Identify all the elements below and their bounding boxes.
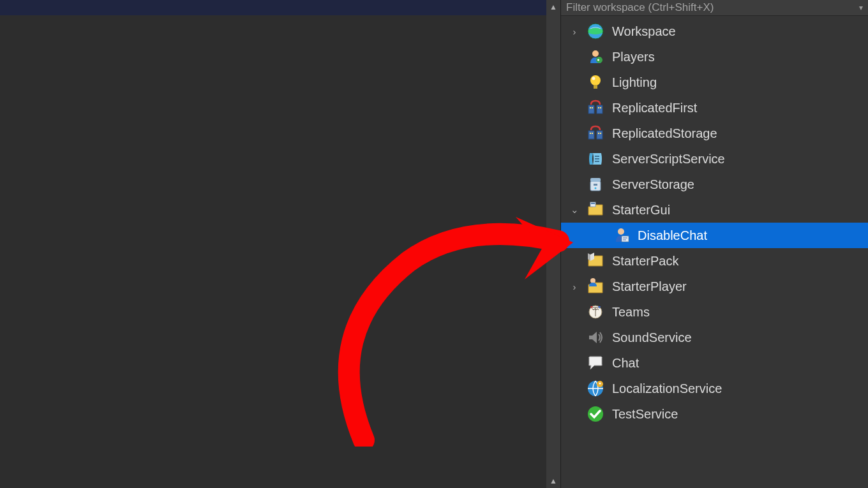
- app-root: ▲ ▲ Filter workspace (Ctrl+Shift+X) ▾ ›W…: [0, 0, 868, 488]
- tree-item-label: DisableChat: [638, 228, 707, 243]
- sound-icon: [587, 329, 604, 346]
- tree-item-label: Players: [612, 50, 655, 64]
- tree-item-label: Lighting: [612, 75, 657, 90]
- tree-item-serverscriptservice[interactable]: ServerScriptService: [561, 146, 868, 172]
- replicated-icon: [587, 124, 604, 142]
- chevron-right-icon[interactable]: ›: [569, 281, 580, 292]
- scroll-up-icon[interactable]: ▲: [546, 0, 560, 14]
- tree-item-label: ReplicatedFirst: [612, 101, 697, 115]
- explorer-panel: Filter workspace (Ctrl+Shift+X) ▾ ›Works…: [560, 0, 868, 488]
- workspace-icon: [587, 22, 604, 40]
- chat-icon: [587, 354, 604, 372]
- tree-item-label: StarterPlayer: [612, 279, 687, 294]
- tree-item-localizationservice[interactable]: LocalizationService: [561, 376, 868, 401]
- localscript-icon: [612, 226, 630, 244]
- filter-workspace-input[interactable]: Filter workspace (Ctrl+Shift+X) ▾: [561, 0, 868, 16]
- tree-item-starterpack[interactable]: StarterPack: [561, 248, 868, 274]
- folder-pack-icon: [587, 252, 604, 270]
- viewport-topbar: [0, 0, 546, 15]
- chevron-down-icon[interactable]: ⌄: [569, 204, 580, 216]
- tree-item-startergui[interactable]: ⌄StarterGui: [561, 197, 868, 223]
- tree-item-workspace[interactable]: ›Workspace: [561, 18, 868, 44]
- tree-item-label: ServerStorage: [612, 177, 694, 192]
- tree-item-label: ServerScriptService: [612, 152, 725, 166]
- tree-item-label: StarterPack: [612, 254, 678, 269]
- scroll-down-icon[interactable]: ▲: [546, 474, 560, 488]
- tree-item-chat[interactable]: Chat: [561, 350, 868, 376]
- filter-placeholder: Filter workspace (Ctrl+Shift+X): [566, 1, 714, 14]
- tree-item-label: StarterGui: [612, 203, 670, 218]
- players-icon: [587, 48, 604, 66]
- tree-item-starterplayer[interactable]: ›StarterPlayer: [561, 274, 868, 299]
- tree-item-teams[interactable]: Teams: [561, 299, 868, 325]
- tree-item-players[interactable]: Players: [561, 44, 868, 70]
- script-svc-icon: [587, 150, 604, 168]
- tree-item-replicatedstorage[interactable]: ReplicatedStorage: [561, 121, 868, 146]
- tree-item-label: SoundService: [612, 330, 692, 345]
- tree-item-label: TestService: [612, 407, 678, 422]
- tree-item-serverstorage[interactable]: ServerStorage: [561, 172, 868, 197]
- chevron-right-icon[interactable]: ›: [569, 26, 580, 37]
- tree-item-label: ReplicatedStorage: [612, 126, 717, 141]
- viewport-3d[interactable]: [0, 0, 546, 488]
- replicated-icon: [587, 99, 604, 117]
- lighting-icon: [587, 73, 604, 91]
- viewport-scrollbar[interactable]: ▲ ▲: [546, 0, 560, 488]
- tree-item-lighting[interactable]: Lighting: [561, 70, 868, 95]
- teams-icon: [587, 303, 604, 321]
- tree-item-replicatedfirst[interactable]: ReplicatedFirst: [561, 95, 868, 121]
- tree-item-disablechat[interactable]: DisableChat: [561, 223, 868, 248]
- tree-item-label: Teams: [612, 305, 650, 320]
- tree-item-label: LocalizationService: [612, 381, 722, 396]
- test-icon: [587, 405, 604, 423]
- storage-icon: [587, 175, 604, 193]
- folder-ply-icon: [587, 277, 604, 295]
- tree-item-testservice[interactable]: TestService: [561, 401, 868, 427]
- folder-gui-icon: [587, 201, 604, 219]
- filter-dropdown-icon[interactable]: ▾: [859, 3, 863, 12]
- tree-item-soundservice[interactable]: SoundService: [561, 325, 868, 350]
- explorer-tree: ›WorkspacePlayersLightingReplicatedFirst…: [561, 16, 868, 427]
- localize-icon: [587, 380, 604, 397]
- tree-item-label: Chat: [612, 356, 639, 371]
- tree-item-label: Workspace: [612, 24, 676, 39]
